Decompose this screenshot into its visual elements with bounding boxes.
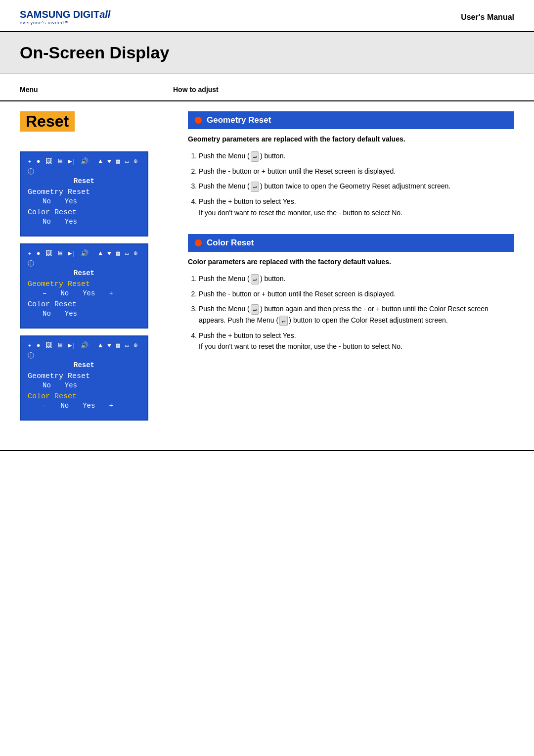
icon-doc-3: ▭ [125,341,129,349]
icon-grid-3: ▦ [116,341,120,349]
menu-icon-g3: ↵ [251,182,259,192]
osd-geo-1: Geometry Reset [28,188,140,196]
osd-color-no-3: No [60,402,69,410]
osd-color-plus-3: + [109,402,113,410]
osd-title-2: Reset [28,269,140,277]
osd-color-no-1: No [43,218,51,226]
page-banner: On-Screen Display [0,32,534,74]
color-step-4: Push the + button to select Yes. If you … [199,330,514,352]
geometry-step-1: Push the Menu (↵) button. [199,150,514,162]
menu-icon-c3b: ↵ [279,316,288,326]
icon-info-2: ⓘ [28,259,34,268]
osd-geo-sub-1: No Yes [28,197,140,205]
left-column: Reset ✦ ● 🖼 🖥 ▶| 🔊 ▲ ♥ ▦ ▭ ⊕ ⓘ Reset Geo… [20,111,173,421]
icon-play: ▶| [68,157,76,165]
icon-image: 🖼 [45,158,52,165]
icon-heart: ♥ [107,158,111,165]
icon-volume-3: 🔊 [81,341,89,349]
osd-geo-plus-2: + [109,289,113,297]
osd-geo-no-3: No [43,381,51,389]
icon-color-2: 🖥 [57,250,63,257]
color-reset-desc: Color parameters are replaced with the f… [188,257,514,267]
manual-title: User's Manual [461,13,514,22]
osd-geo-2: Geometry Reset [28,280,140,288]
logo-subtitle: everyone's invited™ [20,20,110,25]
osd-title-1: Reset [28,177,140,185]
color-reset-steps: Push the Menu (↵) button. Push the - but… [188,273,514,352]
logo: SAMSUNG DIGITall [20,9,110,20]
icon-grid: ▦ [116,157,120,165]
icon-triangle-3: ▲ [98,342,102,349]
osd-icons-1: ✦ ● 🖼 🖥 ▶| 🔊 ▲ ♥ ▦ ▭ ⊕ ⓘ [28,157,140,176]
icon-brightness-3: ✦ [28,341,32,349]
geometry-step-3: Push the Menu (↵) button twice to open t… [199,181,514,192]
geometry-reset-heading: Geometry Reset [207,115,271,125]
osd-geo-no-2: No [60,289,69,297]
icon-grid-2: ▦ [116,249,120,257]
menu-icon-c1: ↵ [251,274,259,284]
icon-brightness-2: ✦ [28,249,32,257]
osd-color-no-2: No [43,310,51,318]
icon-heart-3: ♥ [107,342,111,349]
icon-image-3: 🖼 [45,342,52,349]
page-footer [0,450,534,461]
osd-geo-3: Geometry Reset [28,372,140,380]
osd-icons-3: ✦ ● 🖼 🖥 ▶| 🔊 ▲ ♥ ▦ ▭ ⊕ ⓘ [28,341,140,360]
osd-geo-yes-2: Yes [83,289,95,297]
color-step-2: Push the - button or + button until the … [199,288,514,299]
page-header: SAMSUNG DIGITall everyone's invited™ Use… [0,0,534,32]
osd-screen-3: ✦ ● 🖼 🖥 ▶| 🔊 ▲ ♥ ▦ ▭ ⊕ ⓘ Reset Geometry … [20,335,148,421]
icon-image-2: 🖼 [45,250,52,257]
osd-geo-yes-1: Yes [65,197,77,205]
icon-triangle-2: ▲ [98,250,102,257]
osd-geo-sub-3: No Yes [28,381,140,389]
icon-contrast: ● [37,158,41,165]
icon-color-3: 🖥 [57,342,63,349]
color-reset-header: Color Reset [188,234,514,252]
osd-color-2: Color Reset [28,300,140,309]
color-reset-heading: Color Reset [207,238,254,248]
osd-geo-sub-2: – No Yes + [28,289,140,297]
col-menu-label: Menu [20,86,173,94]
osd-geo-minus-2: – [43,289,46,297]
icon-contrast-2: ● [37,250,41,257]
logo-area: SAMSUNG DIGITall everyone's invited™ [20,9,110,25]
osd-geo-no-1: No [43,197,51,205]
reset-section-title: Reset [20,111,173,137]
geometry-reset-steps: Push the Menu (↵) button. Push the - but… [188,150,514,218]
col-adjust-label: How to adjust [173,86,219,94]
icon-color: 🖥 [57,158,63,165]
icon-doc-2: ▭ [125,249,129,257]
icon-play-2: ▶| [68,249,76,257]
color-reset-dot [195,239,202,246]
icon-doc: ▭ [125,157,129,165]
icon-volume-2: 🔊 [81,249,89,257]
menu-icon-g1: ↵ [251,151,259,162]
icon-circle: ⊕ [134,157,138,165]
osd-title-3: Reset [28,361,140,369]
icon-contrast-3: ● [37,342,41,349]
color-step-3: Push the Menu (↵) button again and then … [199,303,514,326]
icon-circle-2: ⊕ [134,249,138,257]
icon-volume: 🔊 [81,157,89,165]
geometry-reset-desc: Geometry parameters are replaced with th… [188,134,514,144]
icon-triangle: ▲ [98,158,102,165]
geometry-step-2: Push the - button or + button until the … [199,166,514,177]
osd-color-3: Color Reset [28,392,140,401]
icon-info-3: ⓘ [28,351,34,360]
geometry-reset-section: Geometry Reset Geometry parameters are r… [188,111,514,222]
icon-circle-3: ⊕ [134,341,138,349]
color-step-1: Push the Menu (↵) button. [199,273,514,284]
osd-color-sub-3: – No Yes + [28,402,140,410]
main-content: Reset ✦ ● 🖼 🖥 ▶| 🔊 ▲ ♥ ▦ ▭ ⊕ ⓘ Reset Geo… [0,111,534,421]
osd-screen-1: ✦ ● 🖼 🖥 ▶| 🔊 ▲ ♥ ▦ ▭ ⊕ ⓘ Reset Geometry … [20,151,148,236]
osd-screen-2: ✦ ● 🖼 🖥 ▶| 🔊 ▲ ♥ ▦ ▭ ⊕ ⓘ Reset Geometry … [20,243,148,329]
osd-color-sub-1: No Yes [28,218,140,226]
icon-heart-2: ♥ [107,250,111,257]
osd-geo-yes-3: Yes [65,381,77,389]
osd-color-yes-3: Yes [83,402,95,410]
column-headers: Menu How to adjust [0,79,534,101]
right-column: Geometry Reset Geometry parameters are r… [188,111,514,421]
reset-label: Reset [20,111,75,132]
geometry-step-4: Push the + button to select Yes. If you … [199,196,514,218]
